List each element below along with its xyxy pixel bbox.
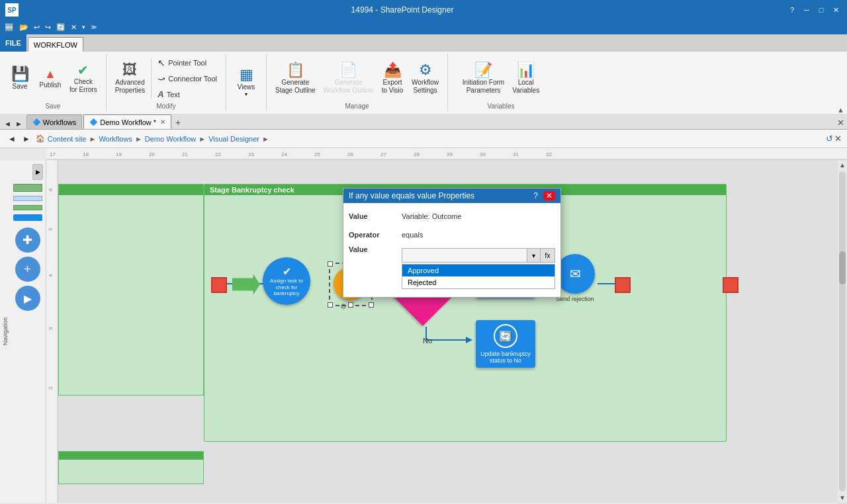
tab-workflows-icon: 🔷 bbox=[32, 118, 40, 126]
dialog-help-button[interactable]: ? bbox=[531, 191, 541, 200]
dropdown-item-approved[interactable]: Approved bbox=[402, 265, 555, 276]
qa-customize[interactable]: ≫ bbox=[89, 21, 99, 34]
maximize-button[interactable]: □ bbox=[815, 4, 827, 16]
props-value2-label: Value bbox=[349, 245, 402, 253]
props-input-row: ▾ fx bbox=[402, 248, 555, 263]
svg-marker-33 bbox=[466, 337, 472, 343]
separator bbox=[151, 58, 152, 99]
assign-task-label: Assign task to check for bankruptcy bbox=[268, 278, 305, 297]
dialog-close-button[interactable]: ✕ bbox=[543, 191, 555, 200]
left-stage-bar bbox=[58, 184, 204, 396]
update-no-element[interactable]: 🔄 Update bankruptcy status to No bbox=[476, 320, 535, 368]
update-no-label: Update bankruptcy status to No bbox=[480, 351, 531, 364]
initiation-form-parameters-button[interactable]: 📝 Initiation FormParameters bbox=[459, 61, 508, 97]
ribbon-group-modify: 🖼 AdvancedProperties ↖ Pointer Tool ⤻ Co… bbox=[107, 54, 226, 111]
qa-undo-button[interactable]: ↩ bbox=[32, 21, 42, 34]
tab-add-button[interactable]: + bbox=[173, 117, 183, 129]
assign-task-element[interactable]: ✔ Assign task to check for bankruptcy bbox=[263, 257, 310, 305]
props-fx-button[interactable]: fx bbox=[541, 248, 555, 263]
scroll-v-thumb[interactable] bbox=[839, 251, 846, 284]
scrollbar-vertical: ▲ ▼ bbox=[838, 160, 847, 503]
publish-button[interactable]: ▲ Publish bbox=[36, 66, 65, 91]
tab-file[interactable]: FILE bbox=[0, 34, 26, 52]
dialog-title: If any value equals value Properties bbox=[349, 191, 474, 200]
sel-handle-tl[interactable] bbox=[328, 261, 333, 267]
document-tabs: ◄ ► 🔷 Workflows 🔷 Demo Workflow * ✕ + ✕ bbox=[0, 114, 847, 130]
scroll-up-button[interactable]: ▲ bbox=[838, 160, 847, 170]
tab-demo-workflow-close[interactable]: ✕ bbox=[160, 118, 165, 126]
local-variables-icon: 📊 bbox=[517, 63, 535, 77]
breadcrumb-content-site[interactable]: Content site bbox=[48, 135, 87, 143]
nav-item-2[interactable] bbox=[13, 196, 42, 201]
connector-tool-button[interactable]: ⤻ Connector Tool bbox=[154, 71, 220, 86]
dialog-header: If any value equals value Properties ? ✕ bbox=[343, 189, 560, 203]
nav-panel: Navigation ▶ ✚ + ▶ bbox=[0, 160, 46, 503]
tab-workflows[interactable]: 🔷 Workflows bbox=[26, 114, 83, 129]
views-button[interactable]: ▦ Views ▾ bbox=[232, 65, 261, 99]
tab-workflow[interactable]: WORKFLOW bbox=[28, 37, 83, 52]
nav-button-pan[interactable]: ✚ bbox=[15, 228, 40, 253]
svg-text:32: 32 bbox=[546, 151, 552, 157]
advanced-properties-button[interactable]: 🖼 AdvancedProperties bbox=[112, 61, 149, 97]
qa-new-button[interactable]: 🆕 bbox=[3, 21, 16, 34]
nav-item-1[interactable] bbox=[13, 184, 42, 192]
sel-handle-bc[interactable] bbox=[348, 302, 353, 308]
generate-workflow-outline-button[interactable]: 📄 GenerateWorkflow Outline bbox=[320, 61, 377, 97]
breadcrumb-demo-workflow[interactable]: Demo Workflow bbox=[145, 135, 196, 143]
nav-button-play[interactable]: ▶ bbox=[15, 286, 40, 311]
sel-handle-br[interactable] bbox=[369, 302, 374, 308]
generate-workflow-outline-icon: 📄 bbox=[339, 63, 357, 77]
nav-item-list[interactable] bbox=[13, 214, 42, 221]
initiation-form-parameters-icon: 📝 bbox=[474, 63, 492, 77]
breadcrumb-visual-designer[interactable]: Visual Designer bbox=[208, 135, 259, 143]
props-dropdown-button[interactable]: ▾ bbox=[527, 248, 541, 263]
breadcrumb-forward[interactable]: ► bbox=[20, 133, 33, 145]
save-button[interactable]: 💾 Save bbox=[5, 65, 34, 93]
props-value-value: Variable: Outcome bbox=[402, 212, 555, 220]
breadcrumb-refresh-button[interactable]: ↺ bbox=[826, 134, 833, 144]
workflow-canvas[interactable]: Stage Bankruptcy check bbox=[58, 160, 838, 503]
window-controls: ? ─ □ ✕ bbox=[786, 4, 842, 16]
generate-stage-outline-button[interactable]: 📋 GenerateStage Outline bbox=[272, 61, 319, 97]
ribbon-group-save: 💾 Save ▲ Publish ✔ Checkfor Errors Save bbox=[0, 54, 107, 111]
props-value-row: Value Variable: Outcome bbox=[349, 208, 555, 224]
nav-expand-button[interactable]: ▶ bbox=[32, 164, 43, 180]
dialog-body: Value Variable: Outcome Operator equals … bbox=[343, 203, 560, 297]
tab-nav-left[interactable]: ◄ bbox=[3, 120, 13, 128]
text-tool-button[interactable]: A Text bbox=[154, 87, 220, 101]
tab-nav-right[interactable]: ► bbox=[14, 120, 24, 128]
nav-item-3[interactable] bbox=[13, 205, 42, 210]
qa-save-dropdown[interactable]: ▾ bbox=[80, 21, 87, 34]
check-errors-button[interactable]: ✔ Checkfor Errors bbox=[66, 62, 101, 96]
tab-demo-workflow[interactable]: 🔷 Demo Workflow * ✕ bbox=[83, 114, 171, 129]
sel-handle-bl[interactable] bbox=[328, 302, 333, 308]
qa-cancel-button[interactable]: ✕ bbox=[69, 21, 79, 34]
svg-text:26: 26 bbox=[347, 151, 353, 157]
close-button[interactable]: ✕ bbox=[830, 4, 842, 16]
pointer-tool-button[interactable]: ↖ Pointer Tool bbox=[154, 56, 220, 70]
scroll-v-track bbox=[839, 171, 846, 491]
breadcrumb-close-button[interactable]: ✕ bbox=[834, 134, 842, 144]
send-rejection-element[interactable]: ✉ bbox=[555, 254, 595, 294]
breadcrumb-workflows[interactable]: Workflows bbox=[99, 135, 132, 143]
export-to-visio-button[interactable]: 📤 Exportto Visio bbox=[378, 61, 407, 97]
workflow-settings-button[interactable]: ⚙ WorkflowSettings bbox=[408, 61, 442, 97]
qa-open-button[interactable]: 📂 bbox=[17, 21, 30, 34]
props-value-input[interactable] bbox=[402, 248, 527, 263]
svg-text:31: 31 bbox=[513, 151, 519, 157]
breadcrumb-back[interactable]: ◄ bbox=[5, 133, 19, 145]
scroll-down-button[interactable]: ▼ bbox=[838, 493, 847, 503]
nav-button-zoom-in[interactable]: + bbox=[15, 257, 40, 282]
bottom-left-stage bbox=[58, 451, 204, 484]
tab-close-all[interactable]: ✕ bbox=[837, 118, 844, 128]
minimize-button[interactable]: ─ bbox=[801, 4, 813, 16]
title-bar: SP 14994 - SharePoint Designer ? ─ □ ✕ bbox=[0, 0, 847, 20]
props-operator-label: Operator bbox=[349, 231, 402, 239]
pointer-tool-icon: ↖ bbox=[157, 58, 165, 68]
local-variables-button[interactable]: 📊 LocalVariables bbox=[509, 61, 543, 97]
qa-redo-button[interactable]: ↪ bbox=[43, 21, 53, 34]
help-button[interactable]: ? bbox=[786, 4, 798, 16]
update-no-circle: 🔄 bbox=[494, 324, 517, 348]
qa-refresh-button[interactable]: 🔄 bbox=[54, 21, 67, 34]
dropdown-item-rejected[interactable]: Rejected bbox=[402, 276, 555, 288]
